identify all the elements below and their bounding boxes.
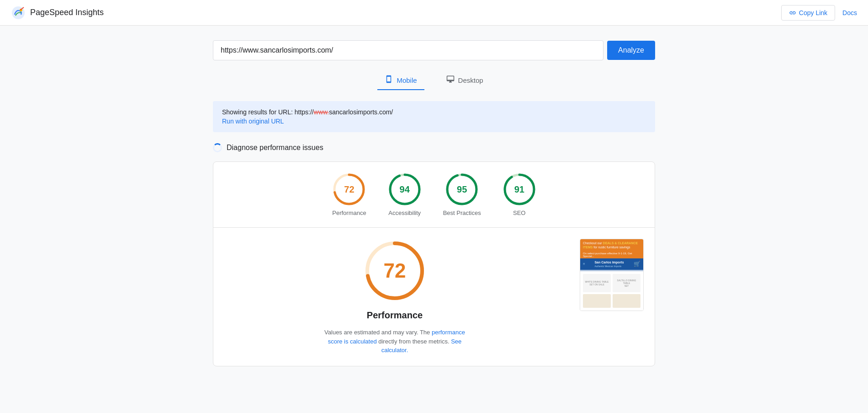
- thumbnail-product-2: SALTILLO DINING TABLESET: [613, 274, 640, 292]
- diagnose-spinner-icon: [213, 143, 222, 152]
- link-icon: [789, 9, 796, 16]
- thumbnail-banner: Checkout our DEALS & CLEARANCE ITEMS for…: [580, 239, 643, 251]
- url-bar-container: Analyze: [213, 40, 655, 60]
- score-label-seo: SEO: [513, 209, 525, 216]
- score-item-performance[interactable]: 72 Performance: [332, 173, 366, 216]
- tab-desktop-label: Desktop: [458, 76, 483, 84]
- website-thumbnail: Checkout our DEALS & CLEARANCE ITEMS for…: [580, 239, 644, 311]
- tab-mobile-label: Mobile: [397, 76, 417, 84]
- score-label-accessibility: Accessibility: [388, 209, 421, 216]
- thumbnail-body: WHITE DINING TABLESET ON SALE SALTILLO D…: [580, 271, 643, 311]
- score-value-accessibility: 94: [400, 184, 410, 195]
- website-thumbnail-container: Checkout our DEALS & CLEARANCE ITEMS for…: [580, 239, 644, 311]
- big-score-note: Values are estimated and may vary. The p…: [322, 328, 468, 355]
- score-value-best-practices: 95: [457, 184, 467, 195]
- desktop-icon: [446, 75, 455, 86]
- score-circle-seo: 91: [503, 173, 536, 206]
- score-item-seo[interactable]: 91 SEO: [503, 173, 536, 216]
- diagnose-row: Diagnose performance issues: [213, 143, 655, 152]
- score-circle-performance: 72: [333, 173, 365, 206]
- thumbnail-logo-text: San Carlos Imports: [594, 261, 624, 264]
- docs-link[interactable]: Docs: [842, 9, 857, 16]
- score-circle-best-practices: 95: [445, 173, 478, 206]
- thumbnail-nav-icon: ☰: [583, 263, 585, 265]
- score-label-best-practices: Best Practices: [443, 209, 481, 216]
- thumbnail-product-row: WHITE DINING TABLESET ON SALE SALTILLO D…: [583, 274, 640, 292]
- scores-row: 72 Performance 94 Accessibility: [224, 173, 644, 216]
- thumbnail-header: ☰ San Carlos Imports Authentic Mexican I…: [580, 258, 643, 269]
- mobile-icon: [385, 75, 393, 86]
- header: PageSpeed Insights Copy Link Docs: [0, 0, 868, 26]
- header-left: PageSpeed Insights: [11, 5, 104, 20]
- score-value-seo: 91: [514, 184, 524, 195]
- card-divider: [213, 227, 655, 228]
- psi-logo-icon: [11, 5, 26, 20]
- thumbnail-product-1: WHITE DINING TABLESET ON SALE: [583, 274, 611, 292]
- score-item-accessibility[interactable]: 94 Accessibility: [388, 173, 421, 216]
- app-title: PageSpeed Insights: [30, 8, 104, 17]
- score-circle-accessibility: 94: [388, 173, 421, 206]
- thumbnail-more-products: [583, 294, 640, 308]
- big-score-value: 72: [384, 259, 406, 282]
- score-item-best-practices[interactable]: 95 Best Practices: [443, 173, 481, 216]
- thumbnail-highlight: DEALS & CLEARANCE: [603, 241, 638, 245]
- tab-desktop[interactable]: Desktop: [439, 71, 491, 90]
- scores-card: 72 Performance 94 Accessibility: [213, 161, 655, 366]
- thumbnail-tagline: Authentic Mexican Imports: [594, 265, 624, 268]
- thumbnail-product-small-1: [583, 294, 611, 308]
- analyze-button[interactable]: Analyze: [607, 41, 655, 60]
- showing-results-text: Showing results for URL: https://www.san…: [222, 108, 393, 116]
- big-score-title: Performance: [367, 310, 423, 321]
- info-banner: Showing results for URL: https://www.san…: [213, 101, 655, 132]
- device-tabs: Mobile Desktop: [213, 71, 655, 90]
- url-input[interactable]: [213, 40, 603, 60]
- big-score-section: 72 Performance Values are estimated and …: [224, 239, 644, 355]
- big-score-circle: 72: [363, 239, 427, 303]
- thumbnail-items: ITEMS: [583, 246, 593, 249]
- tab-mobile[interactable]: Mobile: [377, 71, 424, 90]
- run-original-url-link[interactable]: Run with original URL: [222, 118, 646, 125]
- main-content: Analyze Mobile Desktop Showing results f…: [206, 26, 662, 392]
- thumbnail-cart-icon: 🛒: [634, 261, 640, 267]
- score-value-performance: 72: [344, 184, 354, 195]
- thumbnail-product-small-2: [613, 294, 640, 308]
- big-score-left: 72 Performance Values are estimated and …: [224, 239, 565, 355]
- score-label-performance: Performance: [332, 209, 366, 216]
- thumbnail-sub-banner: On select purchase effective 9-1-19, Get…: [580, 251, 643, 258]
- copy-link-button[interactable]: Copy Link: [781, 5, 835, 21]
- header-right: Copy Link Docs: [781, 5, 857, 21]
- diagnose-label: Diagnose performance issues: [227, 144, 323, 152]
